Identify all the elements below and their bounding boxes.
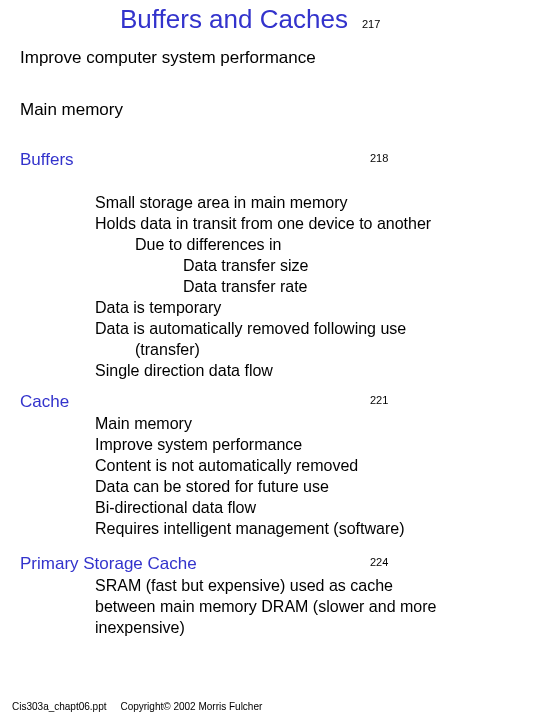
psc-body: SRAM (fast but expensive) used as cache …: [95, 575, 436, 638]
slide-title: Buffers and Caches: [120, 4, 348, 35]
footer-file: Cis303a_chapt06.ppt: [12, 701, 107, 712]
body-line: (transfer): [135, 339, 431, 360]
main-memory-label: Main memory: [20, 100, 123, 120]
body-line: inexpensive): [95, 617, 436, 638]
page-ref-221: 221: [370, 394, 388, 406]
body-line: between main memory DRAM (slower and mor…: [95, 596, 436, 617]
buffers-body: Small storage area in main memory Holds …: [95, 192, 431, 381]
body-line: Data can be stored for future use: [95, 476, 404, 497]
footer-copyright: Copyright© 2002 Morris Fulcher: [120, 701, 262, 712]
body-line: Small storage area in main memory: [95, 192, 431, 213]
body-line: SRAM (fast but expensive) used as cache: [95, 575, 436, 596]
body-line: Data transfer size: [183, 255, 431, 276]
buffers-heading: Buffers: [20, 150, 74, 170]
body-line: Improve system performance: [95, 434, 404, 455]
body-line: Bi-directional data flow: [95, 497, 404, 518]
body-line: Holds data in transit from one device to…: [95, 213, 431, 234]
footer: Cis303a_chapt06.ppt Copyright© 2002 Morr…: [12, 701, 262, 712]
cache-body: Main memory Improve system performance C…: [95, 413, 404, 539]
body-line: Main memory: [95, 413, 404, 434]
cache-heading: Cache: [20, 392, 69, 412]
page-ref-218: 218: [370, 152, 388, 164]
body-line: Due to differences in: [135, 234, 431, 255]
body-line: Data is temporary: [95, 297, 431, 318]
body-line: Data is automatically removed following …: [95, 318, 431, 339]
primary-storage-cache-heading: Primary Storage Cache: [20, 554, 197, 574]
body-line: Data transfer rate: [183, 276, 431, 297]
page-ref-224: 224: [370, 556, 388, 568]
body-line: Requires intelligent management (softwar…: [95, 518, 404, 539]
slide: Buffers and Caches 217 Improve computer …: [0, 0, 540, 720]
page-ref-217: 217: [362, 18, 380, 30]
body-line: Single direction data flow: [95, 360, 431, 381]
body-line: Content is not automatically removed: [95, 455, 404, 476]
subtitle: Improve computer system performance: [20, 48, 316, 68]
